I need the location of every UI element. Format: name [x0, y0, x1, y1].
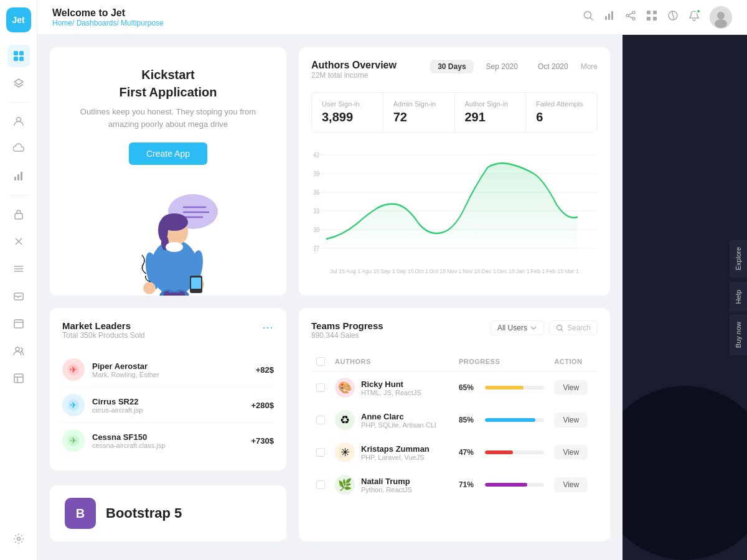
- progress-bar-bg: [485, 483, 544, 487]
- breadcrumb-home[interactable]: Home/: [52, 19, 74, 27]
- bootstrap-icon: B: [65, 498, 96, 529]
- row-checkbox-3[interactable]: [316, 480, 325, 489]
- panel-tab-buynow[interactable]: Buy now: [730, 314, 747, 355]
- sidebar-item-template[interactable]: [7, 367, 30, 390]
- notification-icon[interactable]: [688, 10, 700, 24]
- create-app-button[interactable]: Create App: [129, 142, 207, 165]
- author-info: Anne Clarc PHP, SQLite, Artisan CLI: [361, 412, 436, 429]
- sidebar-item-close[interactable]: [7, 230, 30, 253]
- teams-header: Teams Progress 890,344 Sales All Users S…: [311, 320, 598, 350]
- topbar-title-area: Welcome to Jet Home/ Dashboards/ Multipu…: [52, 7, 575, 27]
- period-tab-30days[interactable]: 30 Days: [430, 60, 473, 73]
- svg-rect-6: [17, 174, 19, 180]
- svg-point-38: [166, 242, 183, 252]
- panel-tab-help[interactable]: Help: [730, 282, 747, 312]
- panel-tab-explore[interactable]: Explore: [730, 240, 747, 278]
- row-checkbox-0[interactable]: [316, 383, 325, 392]
- progress-cell: 71%: [454, 469, 549, 501]
- col-progress: PROGRESS: [454, 352, 549, 371]
- sidebar-item-inbox[interactable]: [7, 285, 30, 307]
- x-label-aug15: Agu 15: [362, 268, 380, 274]
- sidebar-item-settings-bottom[interactable]: [7, 528, 30, 550]
- breadcrumb-dashboards[interactable]: Dashboards/: [77, 19, 119, 27]
- svg-rect-24: [653, 17, 657, 21]
- row-checkbox-2[interactable]: [316, 448, 325, 457]
- svg-rect-0: [14, 51, 18, 55]
- header-checkbox[interactable]: [316, 357, 325, 366]
- avatar[interactable]: [710, 6, 732, 29]
- author-name: Anne Clarc: [361, 412, 436, 421]
- progress-bar-bg: [485, 450, 544, 454]
- progress-bar-bg: [485, 386, 544, 390]
- svg-text:✈: ✈: [70, 365, 77, 375]
- svg-point-19: [626, 14, 629, 17]
- row-checkbox-1[interactable]: [316, 416, 325, 424]
- bootstrap-banner: B Bootstrap 5: [50, 485, 286, 541]
- svg-point-18: [632, 11, 635, 14]
- dark-blob: [622, 386, 747, 560]
- x-label-jul15: Jul 15: [330, 268, 345, 274]
- app-logo[interactable]: Jet: [6, 7, 31, 32]
- line-chart: 42 39 36 33 30 27: [311, 142, 598, 267]
- market-more-button[interactable]: ⋯: [262, 320, 274, 334]
- x-label-sep1: Sep 1: [380, 268, 395, 274]
- market-name-cirrus: Cirrus SR22: [92, 397, 243, 406]
- period-tab-oct[interactable]: Oct 2020: [530, 60, 576, 73]
- market-value-piper: +82$: [256, 365, 274, 375]
- list-item: ✈ Cessna SF150 cessna-aircraft.class.jsp…: [62, 423, 274, 458]
- analytics-icon[interactable]: [604, 10, 615, 24]
- all-users-dropdown[interactable]: All Users: [491, 320, 544, 335]
- svg-text:36: 36: [313, 189, 319, 196]
- sidebar-item-cloud[interactable]: [7, 138, 30, 160]
- sidebar-item-chart[interactable]: [7, 165, 30, 187]
- progress-wrap: 47%: [459, 448, 544, 457]
- sidebar-item-lock[interactable]: [7, 203, 30, 225]
- svg-rect-12: [14, 374, 23, 383]
- view-button[interactable]: View: [554, 413, 588, 427]
- author-cell: 🎨 Ricky Hunt HTML, JS, ReactJS: [330, 371, 454, 404]
- x-label-nov1: Nov 1: [447, 268, 462, 274]
- sidebar-item-users[interactable]: [7, 340, 30, 362]
- topbar: Welcome to Jet Home/ Dashboards/ Multipu…: [37, 0, 747, 35]
- period-tab-sep[interactable]: Sep 2020: [479, 60, 525, 73]
- search-icon[interactable]: [583, 10, 594, 24]
- apps-icon[interactable]: [646, 10, 657, 24]
- period-more[interactable]: More: [581, 62, 598, 71]
- sidebar-item-grid[interactable]: [7, 45, 30, 67]
- svg-rect-5: [14, 177, 16, 180]
- x-label-feb1: Feb 1: [531, 268, 545, 274]
- x-label-aug1: Aug 1: [346, 268, 361, 274]
- stat-label-failed: Failed Attempts: [536, 100, 587, 108]
- sidebar-item-calendar[interactable]: [7, 312, 30, 335]
- kickstart-card: Kickstart First Application Outlines kee…: [50, 47, 286, 296]
- action-cell: View: [549, 469, 598, 501]
- x-label-feb15: Feb 15: [546, 268, 563, 274]
- teams-search-box[interactable]: Search: [549, 320, 598, 335]
- kickstart-title: Kickstart First Application: [119, 66, 217, 101]
- author-cell: 🌿 Natali Trump Python, ReactJS: [330, 469, 454, 501]
- progress-bar-fill: [485, 450, 513, 454]
- view-button[interactable]: View: [554, 477, 588, 492]
- content-main: Kickstart First Application Outlines kee…: [37, 35, 622, 560]
- sidebar-item-menu[interactable]: [7, 258, 30, 280]
- sidebar-item-layers[interactable]: [7, 72, 30, 95]
- author-tech: Python, ReactJS: [361, 486, 412, 493]
- x-label-sep15: Sep 15: [396, 268, 414, 274]
- bottom-row: Market Leaders Total 350k Products Sold …: [50, 308, 610, 541]
- notification-dot: [696, 9, 701, 14]
- market-value-cirrus: +280$: [251, 401, 274, 410]
- panel-tabs: Explore Help Buy now: [730, 240, 747, 355]
- market-value-cessna: +730$: [251, 436, 274, 446]
- sidebar-item-user[interactable]: [7, 110, 30, 133]
- dark-mode-icon[interactable]: [667, 10, 679, 24]
- svg-text:30: 30: [313, 226, 319, 233]
- view-button[interactable]: View: [554, 380, 588, 395]
- market-leaders-card: Market Leaders Total 350k Products Sold …: [50, 308, 286, 470]
- view-button[interactable]: View: [554, 445, 588, 460]
- svg-point-14: [585, 12, 591, 19]
- market-header: Market Leaders Total 350k Products Sold …: [62, 320, 274, 350]
- svg-rect-17: [611, 11, 613, 20]
- share-icon[interactable]: [625, 10, 636, 24]
- market-title-group: Market Leaders Total 350k Products Sold: [62, 320, 145, 350]
- table-row: ♻ Anne Clarc PHP, SQLite, Artisan CLI 85…: [311, 404, 598, 436]
